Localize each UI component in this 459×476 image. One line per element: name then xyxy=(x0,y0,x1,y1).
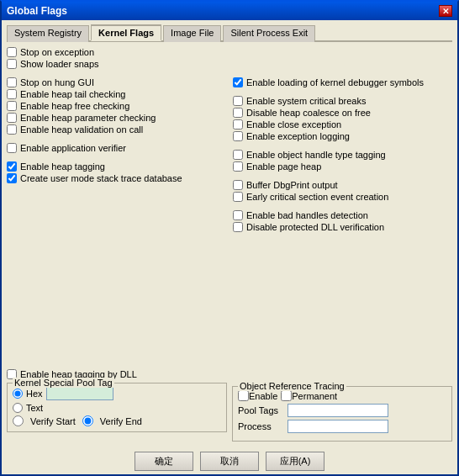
label-create-stack-trace: Create user mode stack trace database xyxy=(20,173,182,183)
row-enable-heap-tagging: Enable heap tagging xyxy=(7,161,226,172)
apply-button[interactable]: 应用(A) xyxy=(266,452,324,471)
left-column: Stop on exception Show loader snaps Stop… xyxy=(7,47,230,366)
enable-row: Enable Permanent xyxy=(238,390,446,401)
tab-silent-process-exit[interactable]: Silent Process Exit xyxy=(223,25,315,42)
object-reference-title: Object Reference Tracing xyxy=(238,381,346,391)
label-verify-start: Verify Start xyxy=(30,416,76,426)
process-input[interactable] xyxy=(288,420,388,433)
window-title: Global Flags xyxy=(7,5,67,17)
cb-enable-obj-ref[interactable] xyxy=(238,390,249,401)
right-bottom: Object Reference Tracing Enable Permanen… xyxy=(232,369,452,442)
label-buffer-dbgprint: Buffer DbgPrint output xyxy=(246,180,338,190)
cb-stop-on-exception[interactable] xyxy=(7,47,17,57)
cb-enable-heap-tagging[interactable] xyxy=(7,161,17,172)
label-enable-heap-free: Enable heap free checking xyxy=(20,101,129,111)
label-hex: Hex xyxy=(26,389,43,399)
hex-input[interactable] xyxy=(46,387,113,400)
cb-enable-object-handle[interactable] xyxy=(233,150,243,160)
row-stop-on-hung-gui: Stop on hung GUI xyxy=(7,77,226,87)
label-enable-obj-ref: Enable xyxy=(249,391,277,401)
cancel-button[interactable]: 取消 xyxy=(200,452,259,471)
label-show-loader-snaps: Show loader snaps xyxy=(20,59,99,69)
radio-verify-end[interactable] xyxy=(82,415,93,426)
cb-enable-app-verifier[interactable] xyxy=(7,143,17,153)
row-enable-heap-param: Enable heap parameter checking xyxy=(7,113,226,123)
tab-bar: System Registry Kernel Flags Image File … xyxy=(7,24,452,42)
label-enable-object-handle: Enable object handle type tagging xyxy=(246,150,386,160)
row-enable-exception-logging: Enable exception logging xyxy=(233,131,452,141)
row-create-stack-trace: Create user mode stack trace database xyxy=(7,173,226,183)
label-enable-heap-tail: Enable heap tail checking xyxy=(20,89,125,99)
tab-image-file[interactable]: Image File xyxy=(163,25,221,42)
row-enable-heap-tail: Enable heap tail checking xyxy=(7,89,226,99)
row-enable-heap-free: Enable heap free checking xyxy=(7,101,226,111)
cb-enable-close-exception[interactable] xyxy=(233,119,243,130)
footer: 确定 取消 应用(A) xyxy=(2,447,457,474)
cb-enable-heap-tail[interactable] xyxy=(7,89,17,99)
cb-early-critical-section[interactable] xyxy=(233,192,243,202)
cb-disable-heap-coalesce[interactable] xyxy=(233,108,243,118)
tab-system-registry[interactable]: System Registry xyxy=(7,25,89,42)
cb-enable-bad-handles[interactable] xyxy=(233,210,243,220)
label-stop-on-hung-gui: Stop on hung GUI xyxy=(20,77,94,87)
row-enable-heap-validation: Enable heap validation on call xyxy=(7,124,226,135)
cb-buffer-dbgprint[interactable] xyxy=(233,180,243,190)
label-text: Text xyxy=(26,403,43,413)
cb-enable-heap-param[interactable] xyxy=(7,113,17,123)
cb-enable-exception-logging[interactable] xyxy=(233,131,243,141)
row-disable-heap-coalesce: Disable heap coalesce on free xyxy=(233,108,452,118)
label-enable-close-exception: Enable close exception xyxy=(246,119,341,130)
row-early-critical-section: Early critical section event creation xyxy=(233,192,452,202)
row-buffer-dbgprint: Buffer DbgPrint output xyxy=(233,180,452,190)
close-button[interactable]: ✕ xyxy=(439,5,452,17)
process-row: Process xyxy=(238,420,446,433)
cb-enable-page-heap[interactable] xyxy=(233,161,243,172)
label-early-critical-section: Early critical section event creation xyxy=(246,192,388,202)
row-enable-loading-kernel: Enable loading of kernel debugger symbol… xyxy=(233,77,452,87)
label-enable-heap-validation: Enable heap validation on call xyxy=(20,124,143,135)
row-enable-bad-handles: Enable bad handles detection xyxy=(233,210,452,220)
label-enable-heap-tagging: Enable heap tagging xyxy=(20,161,105,172)
cb-stop-on-hung-gui[interactable] xyxy=(7,77,17,87)
content-area: System Registry Kernel Flags Image File … xyxy=(2,20,457,447)
row-enable-page-heap: Enable page heap xyxy=(233,161,452,172)
tab-kernel-flags[interactable]: Kernel Flags xyxy=(91,24,161,41)
pool-tags-row: Pool Tags xyxy=(238,404,446,417)
row-enable-close-exception: Enable close exception xyxy=(233,119,452,130)
label-enable-exception-logging: Enable exception logging xyxy=(246,131,350,141)
radio-verify-start[interactable] xyxy=(13,415,24,426)
cb-permanent[interactable] xyxy=(281,390,292,401)
cb-disable-protected-dll[interactable] xyxy=(233,222,243,232)
row-enable-object-handle: Enable object handle type tagging xyxy=(233,150,452,160)
cb-enable-loading-kernel[interactable] xyxy=(233,77,243,87)
right-column: Enable loading of kernel debugger symbol… xyxy=(230,47,452,366)
left-bottom: Enable heap tagging by DLL Kernel Specia… xyxy=(7,369,227,442)
radio-row-text: Text xyxy=(13,403,221,413)
label-enable-loading-kernel: Enable loading of kernel debugger symbol… xyxy=(246,77,424,87)
object-reference-group: Object Reference Tracing Enable Permanen… xyxy=(232,386,452,442)
pool-tags-input[interactable] xyxy=(288,404,388,417)
cb-enable-system-critical[interactable] xyxy=(233,96,243,106)
cb-enable-heap-validation[interactable] xyxy=(7,124,17,135)
label-disable-protected-dll: Disable protected DLL verification xyxy=(246,222,384,232)
label-disable-heap-coalesce: Disable heap coalesce on free xyxy=(246,108,371,118)
row-disable-protected-dll: Disable protected DLL verification xyxy=(233,222,452,232)
row-enable-system-critical: Enable system critical breaks xyxy=(233,96,452,106)
confirm-button[interactable]: 确定 xyxy=(135,452,193,471)
label-stop-on-exception: Stop on exception xyxy=(20,47,94,57)
label-enable-app-verifier: Enable application verifier xyxy=(20,143,126,153)
main-content: Stop on exception Show loader snaps Stop… xyxy=(7,47,452,442)
row-stop-on-exception: Stop on exception xyxy=(7,47,226,57)
radio-text[interactable] xyxy=(13,403,23,413)
label-enable-heap-param: Enable heap parameter checking xyxy=(20,113,156,123)
title-bar: Global Flags ✕ xyxy=(2,2,457,20)
label-verify-end: Verify End xyxy=(100,416,142,426)
label-enable-page-heap: Enable page heap xyxy=(246,161,321,172)
radio-hex[interactable] xyxy=(13,389,23,399)
row-enable-app-verifier: Enable application verifier xyxy=(7,143,226,153)
bottom-section: Enable heap tagging by DLL Kernel Specia… xyxy=(7,369,452,442)
cb-enable-heap-free[interactable] xyxy=(7,101,17,111)
cb-show-loader-snaps[interactable] xyxy=(7,59,17,69)
cb-create-stack-trace[interactable] xyxy=(7,173,17,183)
columns: Stop on exception Show loader snaps Stop… xyxy=(7,47,452,366)
